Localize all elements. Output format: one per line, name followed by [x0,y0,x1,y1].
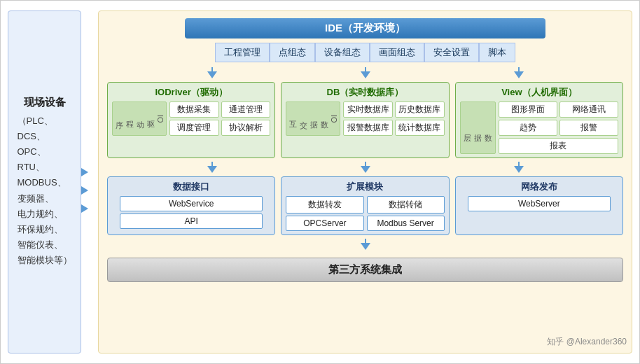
extension-row1: 数据转发 数据转储 [286,196,444,214]
left-to-main-arrows [81,1,91,363]
view-grid: 图形界面 网络通讯 趋势 报警 报表 [499,102,618,154]
network-publish-item-1: WebServer [468,196,611,211]
ide-menu-screen: 画面组态 [370,43,424,62]
db-inner: IO数据交互 实时数据库 历史数据库 报警数据库 统计数据库 [286,102,444,136]
ide-menu-engineering: 工程管理 [215,43,270,62]
iodriver-cell-2: 通道管理 [221,102,271,118]
iodriver-grid: 数据采集 通道管理 调度管理 协议解析 [169,102,270,136]
middle-row: IODriver（驱动） IO驱动程序 数据采集 通道管理 调度管理 协议解析 … [107,82,623,158]
left-panel-title: 现场设备 [24,96,66,109]
ide-menu-point: 点组态 [270,43,315,62]
watermark: 知乎 @Alexander360 [547,336,627,348]
iodriver-title: IODriver（驱动） [112,86,270,99]
extension-r1-c1: 数据转发 [286,196,363,214]
ide-menu-script: 脚本 [479,43,515,62]
bottom-row: 数据接口 WebService API 扩展模块 数据转发 数据转储 OPCSe… [107,176,623,235]
data-interface-box: 数据接口 WebService API [107,176,275,235]
db-grid: 实时数据库 历史数据库 报警数据库 统计数据库 [343,102,444,136]
extension-inner: 数据转发 数据转储 OPCServer Modbus Server [286,196,444,231]
ide-bar: IDE（开发环境） [185,18,546,38]
extension-r1-c2: 数据转储 [367,196,445,214]
arrow-down-1 [207,71,217,78]
iodriver-cell-4: 协议解析 [221,120,271,136]
network-publish-title: 网络发布 [521,181,557,193]
arrow-down-4 [207,166,217,173]
iodriver-cell-3: 调度管理 [169,120,219,136]
iodriver-side-label: IO驱动程序 [112,102,167,136]
arrow-down-2 [361,71,370,78]
extension-r2-c2: Modbus Server [367,216,445,231]
left-panel: 现场设备 （PLC、DCS、OPC、RTU、MODBUS、变频器、电力规约、环保… [8,10,81,354]
extension-box: 扩展模块 数据转发 数据转储 OPCServer Modbus Server [281,176,449,235]
data-interface-title: 数据接口 [173,181,209,193]
data-interface-inner: WebService API [112,196,270,229]
db-cell-1: 实时数据库 [343,102,393,118]
extension-title: 扩展模块 [347,181,383,193]
view-cell-3: 趋势 [499,120,557,136]
network-publish-box: 网络发布 WebServer [455,176,623,235]
extension-r2-c1: OPCServer [286,216,363,231]
ide-section: IDE（开发环境） 工程管理 点组态 设备组态 画面组态 安全设置 脚本 [107,18,623,62]
left-panel-content: （PLC、DCS、OPC、RTU、MODBUS、变频器、电力规约、环保规约、智能… [18,113,72,268]
data-interface-item-2: API [120,214,263,229]
view-inner: 数据层 图形界面 网络通讯 趋势 报警 报表 [460,102,618,154]
arrow-down-6 [514,166,524,173]
arrow-down-3 [514,71,524,78]
db-side-label: IO数据交互 [286,102,340,136]
db-cell-2: 历史数据库 [395,102,445,118]
arrow-down-7 [361,243,370,250]
ide-menu-wrapper: 工程管理 点组态 设备组态 画面组态 安全设置 脚本 [215,43,515,62]
view-cell-1: 图形界面 [499,102,557,118]
arrow-right-2 [81,186,88,195]
ide-menu-security: 安全设置 [424,43,479,62]
data-interface-item-1: WebService [120,196,263,211]
main-diagram: IDE（开发环境） 工程管理 点组态 设备组态 画面组态 安全设置 脚本 [98,10,632,354]
arrow-right-1 [81,168,88,176]
view-cell-2: 网络通讯 [559,102,618,118]
view-title: View（人机界面） [460,86,618,99]
iodriver-cell-1: 数据采集 [169,102,219,118]
arrow-right-3 [81,204,88,213]
third-party-bar: 第三方系统集成 [107,258,623,282]
view-box: View（人机界面） 数据层 图形界面 网络通讯 趋势 报警 报表 [455,82,623,158]
arrow-down-5 [361,166,370,173]
db-cell-4: 统计数据库 [395,120,445,136]
network-publish-inner: WebServer [460,196,618,211]
view-side-label: 数据层 [460,102,496,154]
view-cell-5: 报表 [499,138,618,154]
ide-menu-device: 设备组态 [315,43,370,62]
view-cell-4: 报警 [559,120,618,136]
extension-row2: OPCServer Modbus Server [286,216,444,231]
iodriver-inner: IO驱动程序 数据采集 通道管理 调度管理 协议解析 [112,102,270,136]
db-cell-3: 报警数据库 [343,120,393,136]
db-title: DB（实时数据库） [286,86,444,99]
db-box: DB（实时数据库） IO数据交互 实时数据库 历史数据库 报警数据库 统计数据库 [281,82,449,158]
iodriver-box: IODriver（驱动） IO驱动程序 数据采集 通道管理 调度管理 协议解析 [107,82,275,158]
spacer6 [107,251,623,253]
